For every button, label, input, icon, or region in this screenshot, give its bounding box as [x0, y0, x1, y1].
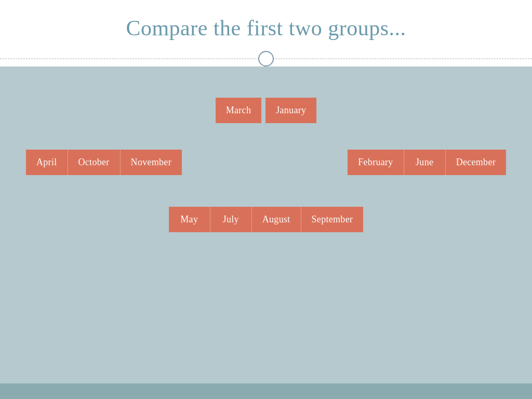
row-3: May July August September [10, 207, 522, 232]
page-container: Compare the first two groups... March Ja… [0, 0, 532, 399]
month-tile-august[interactable]: August [252, 207, 301, 232]
months-area: March January April October November Feb… [10, 77, 522, 373]
page-title: Compare the first two groups... [10, 16, 522, 51]
header: Compare the first two groups... [0, 0, 532, 51]
row-2-right: February June December [348, 150, 506, 175]
month-tile-november[interactable]: November [121, 150, 182, 175]
row-1: March January [10, 98, 522, 123]
divider-circle [258, 51, 274, 66]
month-tile-december[interactable]: December [446, 150, 506, 175]
footer-bar [0, 383, 532, 399]
month-tile-february[interactable]: February [348, 150, 404, 175]
month-tile-may[interactable]: May [169, 207, 210, 232]
row-2: April October November February June Dec… [10, 150, 522, 175]
month-tile-january[interactable]: January [265, 98, 316, 123]
divider-row [0, 51, 532, 66]
month-tile-july[interactable]: July [210, 207, 252, 232]
main-content: March January April October November Feb… [0, 66, 532, 383]
month-tile-march[interactable]: March [216, 98, 261, 123]
month-tile-september[interactable]: September [301, 207, 364, 232]
row-2-left: April October November [26, 150, 182, 175]
month-tile-june[interactable]: June [404, 150, 446, 175]
month-tile-october[interactable]: October [68, 150, 121, 175]
month-tile-april[interactable]: April [26, 150, 68, 175]
